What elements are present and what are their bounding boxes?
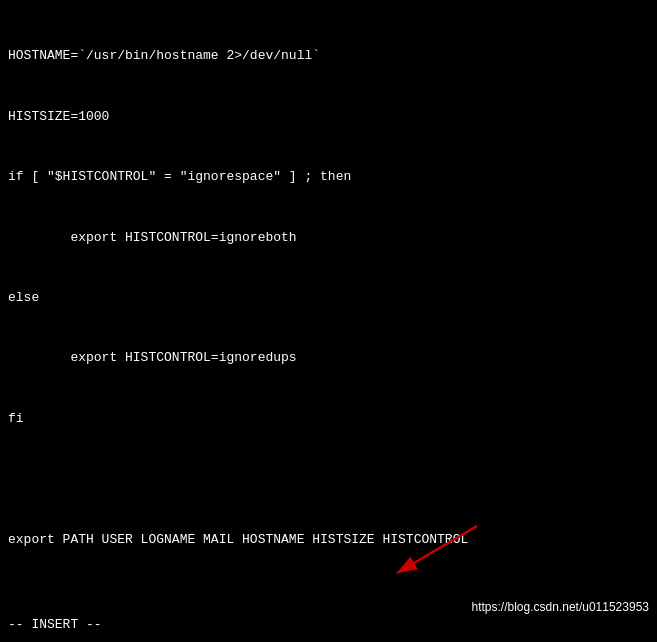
terminal-window: HOSTNAME=`/usr/bin/hostname 2>/dev/null`… — [0, 0, 657, 642]
line-9: export PATH USER LOGNAME MAIL HOSTNAME H… — [8, 530, 649, 550]
line-7: fi — [8, 409, 649, 429]
insert-mode-label: -- INSERT -- — [8, 617, 102, 632]
line-1: HOSTNAME=`/usr/bin/hostname 2>/dev/null` — [8, 46, 649, 66]
code-content: HOSTNAME=`/usr/bin/hostname 2>/dev/null`… — [8, 6, 649, 642]
line-8 — [8, 469, 649, 489]
arrow-annotation — [357, 518, 487, 587]
watermark-text: https://blog.csdn.net/u011523953 — [472, 600, 649, 614]
line-6: export HISTCONTROL=ignoredups — [8, 348, 649, 368]
line-5: else — [8, 288, 649, 308]
line-3: if [ "$HISTCONTROL" = "ignorespace" ] ; … — [8, 167, 649, 187]
svg-line-1 — [397, 526, 477, 573]
line-2: HISTSIZE=1000 — [8, 107, 649, 127]
arrow-svg — [357, 518, 487, 583]
line-4: export HISTCONTROL=ignoreboth — [8, 228, 649, 248]
